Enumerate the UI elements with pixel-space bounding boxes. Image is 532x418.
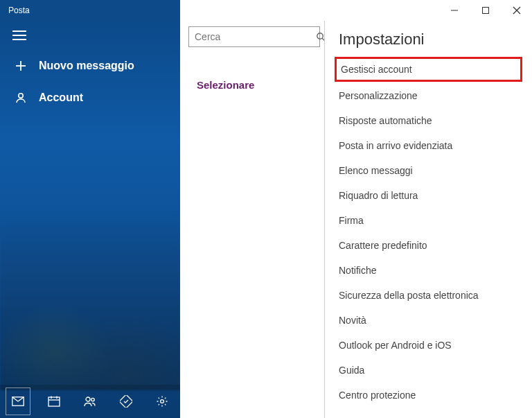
minimize-button[interactable]	[438, 0, 470, 21]
person-icon	[14, 92, 28, 104]
app-body: Nuovo messaggio Account	[0, 21, 532, 418]
svg-point-12	[86, 397, 90, 401]
check-icon	[120, 395, 132, 408]
mail-icon	[12, 397, 24, 406]
settings-item-firma[interactable]: Firma	[325, 208, 532, 233]
window-controls	[438, 0, 532, 21]
settings-item-sicurezza-posta[interactable]: Sicurezza della posta elettronica	[325, 283, 532, 308]
svg-point-16	[317, 33, 323, 38]
account-label: Account	[39, 92, 83, 104]
search-box[interactable]	[188, 26, 320, 47]
svg-rect-8	[48, 397, 60, 406]
svg-rect-7	[12, 397, 24, 406]
maximize-button[interactable]	[470, 0, 501, 21]
settings-item-risposte-automatiche[interactable]: Risposte automatiche	[325, 108, 532, 133]
new-message-button[interactable]: Nuovo messaggio	[0, 50, 180, 82]
mail-tab[interactable]	[0, 385, 36, 418]
settings-panel: Impostazioni Gestisci account Personaliz…	[324, 21, 532, 418]
sidebar-bottom-bar	[0, 385, 180, 418]
settings-tab[interactable]	[144, 385, 180, 418]
settings-item-notifiche[interactable]: Notifiche	[325, 258, 532, 283]
search-input[interactable]	[195, 31, 316, 42]
people-icon	[83, 396, 97, 407]
people-tab[interactable]	[72, 385, 108, 418]
svg-rect-14	[120, 395, 132, 408]
main-area: Selezionare Impostazioni Gestisci accoun…	[180, 21, 532, 418]
calendar-icon	[48, 396, 60, 407]
settings-item-riquadro-lettura[interactable]: Riquadro di lettura	[325, 183, 532, 208]
settings-item-elenco-messaggi[interactable]: Elenco messaggi	[325, 158, 532, 183]
settings-item-centro-protezione[interactable]: Centro protezione	[325, 383, 532, 408]
mail-app-window: Posta Nuovo messaggio	[0, 0, 532, 418]
account-nav-item[interactable]: Account	[0, 82, 180, 114]
calendar-tab[interactable]	[36, 385, 72, 418]
svg-point-6	[19, 94, 23, 98]
close-button[interactable]	[501, 0, 532, 21]
svg-rect-1	[482, 8, 488, 14]
settings-item-personalizzazione[interactable]: Personalizzazione	[325, 83, 532, 108]
plus-icon	[14, 60, 28, 71]
svg-point-13	[91, 398, 94, 401]
titlebar: Posta	[0, 0, 532, 21]
gear-icon	[156, 395, 168, 408]
settings-item-guida[interactable]: Guida	[325, 358, 532, 383]
hamburger-button[interactable]	[0, 21, 180, 50]
svg-point-15	[161, 400, 164, 403]
settings-title: Impostazioni	[325, 31, 532, 55]
todo-tab[interactable]	[108, 385, 144, 418]
settings-item-outlook-mobile[interactable]: Outlook per Android e iOS	[325, 333, 532, 358]
app-title: Posta	[0, 6, 438, 15]
settings-item-carattere-predefinito[interactable]: Carattere predefinito	[325, 233, 532, 258]
hamburger-icon	[12, 31, 26, 40]
new-message-label: Nuovo messaggio	[39, 60, 134, 72]
sidebar: Nuovo messaggio Account	[0, 21, 180, 418]
settings-list: Gestisci account Personalizzazione Rispo…	[325, 55, 532, 408]
settings-item-gestisci-account[interactable]: Gestisci account	[335, 57, 522, 82]
settings-item-novita[interactable]: Novità	[325, 308, 532, 333]
settings-item-posta-evidenziata[interactable]: Posta in arrivo evidenziata	[325, 133, 532, 158]
